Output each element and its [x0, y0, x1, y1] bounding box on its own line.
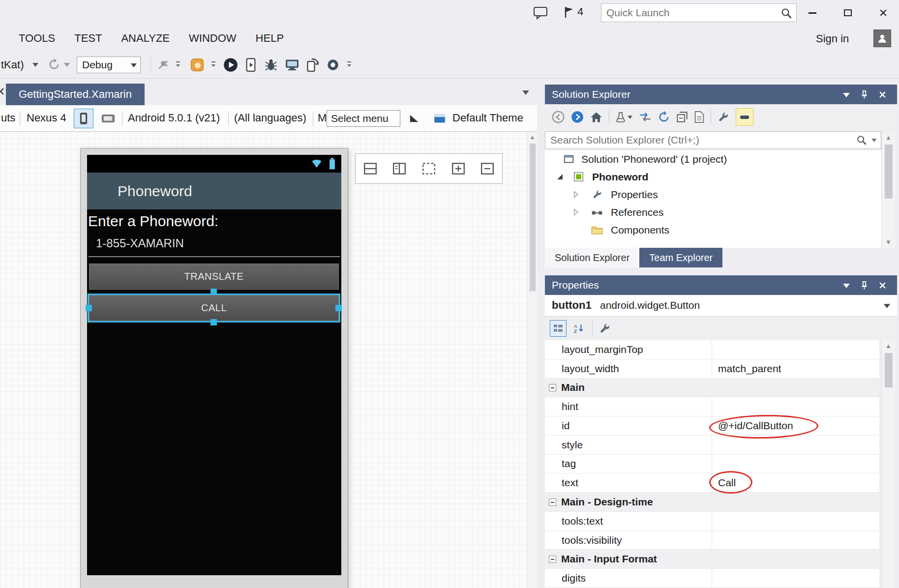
designer-left-partial-label[interactable]: uts	[1, 112, 15, 124]
device-screen-icon[interactable]	[285, 59, 299, 71]
menu-tools[interactable]: TOOLS	[19, 32, 55, 45]
tree-item-label[interactable]: Components	[611, 224, 669, 236]
property-row-tools-visibility[interactable]: tools:visibility	[545, 531, 879, 550]
selection-handle-left[interactable]	[86, 305, 92, 311]
property-name[interactable]: tag	[545, 455, 712, 473]
alphabetical-sort-button[interactable]	[570, 320, 587, 337]
avatar[interactable]	[873, 29, 891, 47]
rotate-device-icon[interactable]	[306, 58, 320, 72]
property-category-input-format[interactable]: Main - Input Format	[545, 550, 879, 569]
close-button[interactable]	[871, 4, 895, 22]
attach-plug-icon[interactable]	[157, 59, 169, 70]
tree-item-solution[interactable]: Solution 'Phoneword' (1 project)	[545, 150, 881, 168]
tree-item-properties[interactable]: Properties	[545, 186, 881, 204]
forward-icon[interactable]	[571, 111, 584, 123]
property-row-tools-text[interactable]: tools:text	[545, 512, 879, 531]
select-menu-combo[interactable]: Select menu	[327, 110, 400, 127]
property-row-tag[interactable]: tag	[545, 455, 879, 474]
zoom-out-icon[interactable]	[480, 162, 495, 175]
language-selector[interactable]: (All languages)	[234, 112, 306, 124]
sign-in-link[interactable]: Sign in	[816, 32, 849, 45]
scroll-up-icon[interactable]: ▲	[528, 134, 537, 141]
tree-item-label[interactable]: Phoneword	[592, 171, 648, 183]
feedback-bubble-icon[interactable]	[533, 6, 548, 20]
scroll-up-icon[interactable]: ▲	[882, 342, 895, 350]
phone-number-input-value[interactable]: 1-855-XAMARIN	[96, 236, 184, 250]
property-name[interactable]: hint	[545, 397, 712, 416]
scrollbar-thumb[interactable]	[530, 144, 536, 291]
property-name[interactable]: style	[545, 436, 712, 454]
scrollbar-thumb[interactable]	[885, 353, 893, 387]
categorized-view-button[interactable]	[550, 320, 567, 337]
properties-scrollbar[interactable]: ▲	[881, 340, 895, 588]
menu-test[interactable]: TEST	[74, 32, 102, 45]
designer-canvas[interactable]: ▲ Phoneword Enter a Phoneword: 1-855-XAM…	[0, 132, 537, 588]
menu-window[interactable]: WINDOW	[189, 32, 237, 45]
scope-dropdown[interactable]	[616, 112, 632, 122]
collapse-box-icon[interactable]	[549, 499, 556, 506]
tree-item-label[interactable]: Properties	[611, 189, 658, 201]
property-category-design-time[interactable]: Main - Design-time	[545, 493, 879, 512]
window-position-icon[interactable]	[843, 284, 850, 288]
property-row-style[interactable]: style	[545, 436, 879, 455]
property-name[interactable]: digits	[545, 569, 712, 588]
search-icon[interactable]	[780, 7, 792, 19]
tab-solution-explorer[interactable]: Solution Explorer	[545, 248, 639, 267]
solution-explorer-header[interactable]: Solution Explorer	[545, 85, 897, 104]
collapse-box-icon[interactable]	[549, 384, 556, 391]
android-debug-bug-icon[interactable]	[265, 59, 277, 71]
scroll-down-icon[interactable]: ▼	[882, 238, 895, 246]
chevron-down-icon[interactable]	[871, 139, 877, 142]
selection-handle-top[interactable]	[210, 289, 217, 295]
pin-icon[interactable]	[860, 281, 869, 290]
properties-page-icon[interactable]	[694, 111, 704, 123]
notification-count[interactable]: 4	[577, 5, 583, 18]
tab-list-dropdown-icon[interactable]	[522, 90, 529, 95]
menu-help[interactable]: HELP	[256, 32, 284, 45]
menu-analyze[interactable]: ANALYZE	[121, 32, 170, 45]
selection-frame-icon[interactable]	[421, 162, 436, 175]
chevron-down-icon[interactable]	[884, 304, 890, 308]
start-debug-icon[interactable]	[223, 58, 238, 72]
scrollbar-thumb[interactable]	[885, 145, 893, 199]
portrait-orientation-button[interactable]	[74, 109, 93, 128]
show-all-files-button[interactable]	[736, 108, 753, 126]
back-icon[interactable]	[552, 111, 565, 123]
translate-button[interactable]: TRANSLATE	[89, 264, 339, 290]
property-row-layout_marginTop[interactable]: layout_marginTop	[545, 340, 879, 359]
close-icon[interactable]	[879, 91, 886, 98]
property-name[interactable]: tools:text	[545, 512, 712, 530]
document-tab[interactable]: GettingStarted.Xamarin	[6, 84, 145, 105]
tab-scroll-left-icon[interactable]	[0, 88, 4, 95]
theme-window-icon[interactable]	[434, 114, 446, 123]
refresh-icon[interactable]	[658, 111, 670, 123]
pin-icon[interactable]	[860, 90, 869, 99]
search-icon[interactable]	[856, 135, 867, 146]
property-row-digits[interactable]: digits	[545, 569, 879, 588]
property-value[interactable]: match_parent	[712, 363, 879, 375]
collapse-all-icon[interactable]	[676, 111, 688, 123]
property-name[interactable]: text	[545, 473, 712, 492]
solution-explorer-scrollbar[interactable]: ▲ ▼	[881, 132, 895, 248]
tree-item-references[interactable]: References	[545, 204, 881, 221]
toolbar-overflow-icon[interactable]	[175, 61, 181, 69]
configuration-dropdown-partial[interactable]: tKat)	[1, 59, 24, 71]
phone-screen[interactable]: Phoneword Enter a Phoneword: 1-855-XAMAR…	[87, 155, 341, 575]
device-selector[interactable]: Nexus 4	[27, 112, 66, 124]
home-icon[interactable]	[590, 112, 602, 123]
collapsed-arrow-icon[interactable]	[573, 208, 579, 216]
prompt-label[interactable]: Enter a Phoneword:	[88, 213, 218, 230]
tree-item-label[interactable]: Solution 'Phoneword' (1 project)	[581, 153, 727, 165]
theme-editor-icon[interactable]	[409, 113, 419, 123]
tab-team-explorer[interactable]: Team Explorer	[639, 248, 722, 267]
toolbar-overflow-icon[interactable]	[210, 61, 216, 69]
notification-flag-icon[interactable]	[564, 6, 574, 19]
android-version-selector[interactable]: Android 5.0.1 (v21)	[128, 112, 220, 124]
toolbar-overflow-icon[interactable]	[346, 61, 352, 69]
properties-object-selector[interactable]: button1 android.widget.Button	[545, 295, 897, 317]
wrench-icon[interactable]	[718, 111, 729, 123]
property-category-main[interactable]: Main	[545, 379, 879, 398]
chevron-down-icon[interactable]	[64, 63, 70, 67]
run-on-device-icon[interactable]	[246, 58, 256, 72]
quick-launch-input[interactable]	[606, 6, 774, 20]
